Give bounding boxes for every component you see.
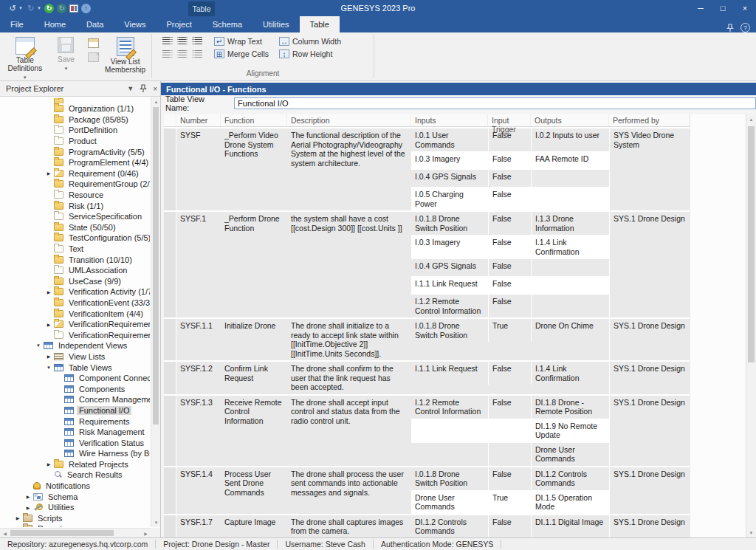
tree-item-verificationrequirementgroup[interactable]: VerificationRequirementGroup — [1, 329, 150, 340]
close-button[interactable]: × — [734, 0, 756, 16]
table-vertical-scrollbar[interactable]: ▲ ▼ — [746, 114, 756, 537]
tree-item-scripts[interactable]: ▶Scripts — [1, 513, 150, 524]
column-header-performed-by[interactable]: Performed by — [609, 114, 690, 126]
column-header-number[interactable]: Number — [176, 114, 221, 126]
column-header-inputs[interactable]: Inputs — [411, 114, 488, 126]
upload-button[interactable]: ↑ — [81, 4, 91, 13]
tab-home[interactable]: Home — [34, 16, 76, 32]
table-definitions-button[interactable]: Table Definitions ▼ — [4, 35, 46, 82]
tree-item-usecase-9-9[interactable]: UseCase (9/9) — [1, 276, 150, 287]
align-right-icon[interactable] — [192, 37, 202, 45]
scroll-up-icon[interactable]: ▲ — [151, 97, 160, 106]
maximize-button[interactable]: □ — [712, 0, 734, 16]
expander-icon[interactable]: ▶ — [44, 289, 54, 295]
row-selector[interactable] — [164, 362, 176, 394]
tree-item-view-lists[interactable]: ▶View Lists — [1, 351, 150, 362]
tree-item-search-results[interactable]: Search Results — [1, 470, 150, 481]
redo-button[interactable]: ↻▼ — [26, 3, 41, 13]
tree-item-component-connections[interactable]: Component Connections — [1, 373, 150, 384]
tree-item-verification-activity-1-72[interactable]: ▶Verification Activity (1/72) — [1, 286, 150, 298]
align-left-icon[interactable] — [162, 37, 173, 45]
tree-item-product[interactable]: Product — [1, 136, 150, 147]
expander-icon[interactable]: ▶ — [13, 526, 23, 527]
tree-item-item[interactable] — [1, 98, 150, 103]
function-row-sysf[interactable]: SYSF_Perform Video Drone System Function… — [164, 127, 690, 210]
tree-item-testconfiguration-5-5[interactable]: TestConfiguration (5/5) — [1, 233, 150, 244]
expander-icon[interactable]: ▶ — [44, 322, 54, 327]
table-scroll-thumb[interactable] — [748, 126, 755, 362]
tree-scroll-thumb[interactable] — [153, 107, 159, 424]
expander-icon[interactable]: ▼ — [44, 365, 54, 370]
tree-item-concern-management[interactable]: Concern Management — [1, 394, 150, 405]
tree-item-text[interactable]: Text — [1, 244, 150, 255]
refresh-button[interactable]: ↻ — [44, 4, 54, 13]
tree-item-components[interactable]: Components — [1, 383, 150, 394]
tab-project[interactable]: Project — [156, 16, 202, 32]
tab-table[interactable]: Table — [300, 16, 340, 32]
assign-icon[interactable] — [88, 38, 99, 48]
expander-icon[interactable]: ▶ — [44, 171, 54, 176]
function-row-sysf-1-1[interactable]: SYSF.1.1Initialize DroneThe drone shall … — [164, 317, 690, 360]
panel-pin-icon[interactable] — [139, 84, 148, 93]
expander-icon[interactable]: ▶ — [23, 505, 33, 510]
function-row-sysf-1-4[interactable]: SYSF.1.4Process User Sent Drone Commands… — [164, 466, 690, 514]
column-header-outputs[interactable]: Outputs — [531, 114, 609, 126]
tree-item-portdefinition[interactable]: PortDefinition — [1, 125, 150, 136]
tree-hscroll-thumb[interactable] — [10, 530, 114, 536]
tree-item-package-85-85[interactable]: Package (85/85) — [1, 114, 150, 126]
tree-item-verificationevent-33-33[interactable]: VerificationEvent (33/33) — [1, 298, 150, 309]
row-selector[interactable] — [164, 515, 176, 538]
row-selector[interactable] — [164, 467, 176, 514]
minimize-button[interactable]: ─ — [690, 0, 712, 16]
help-icon[interactable]: ? — [740, 23, 750, 32]
column-width-button[interactable]: ↔Column Width — [279, 37, 341, 46]
tree-horizontal-scrollbar[interactable]: ◀ ▶ — [0, 528, 151, 537]
row-selector[interactable] — [164, 212, 176, 317]
scroll-down-icon[interactable]: ▼ — [746, 528, 756, 537]
align-middle-icon[interactable] — [177, 50, 188, 58]
function-row-sysf-1-7[interactable]: SYSF.1.7Capture ImageThe drone shall cap… — [164, 514, 690, 538]
align-top-icon[interactable] — [162, 50, 173, 58]
tree-item-requirementgroup-2-2[interactable]: RequirementGroup (2/2) — [1, 179, 150, 190]
save-button[interactable]: Save ▼ — [46, 35, 87, 73]
tree-item-requirement-0-46[interactable]: ▶Requirement (0/46) — [1, 168, 150, 179]
tree-item-schema[interactable]: ▶Schema — [1, 491, 150, 502]
tab-data[interactable]: Data — [76, 16, 114, 32]
expander-icon[interactable]: ▶ — [44, 461, 54, 467]
table-view-name-input[interactable] — [234, 97, 756, 109]
tree-item-risk-1-1[interactable]: Risk (1/1) — [1, 200, 150, 211]
row-selector[interactable] — [164, 319, 176, 360]
tab-utilities[interactable]: Utilities — [252, 16, 299, 32]
tree-item-verification-status[interactable]: Verification Status — [1, 437, 150, 448]
panel-close-icon[interactable]: × — [153, 85, 157, 93]
expander-icon[interactable]: ▶ — [13, 515, 23, 520]
tree-item-transition-10-10[interactable]: Transition (10/10) — [1, 254, 150, 265]
tab-schema[interactable]: Schema — [202, 16, 252, 32]
function-row-sysf-1-2[interactable]: SYSF.1.2Confirm Link RequestThe drone sh… — [164, 360, 690, 394]
tree-item-notifications[interactable]: Notifications — [1, 481, 150, 492]
tree-item-resource[interactable]: Resource — [1, 190, 150, 201]
undo-button[interactable]: ↺▼ — [7, 3, 23, 13]
align-center-icon[interactable] — [177, 37, 188, 45]
tree-item-table-views[interactable]: ▼Table Views — [1, 362, 150, 373]
tree-item-risk-management[interactable]: Risk Management — [1, 427, 150, 438]
row-selector-gutter[interactable] — [164, 114, 176, 126]
column-header-description[interactable]: Description — [287, 114, 411, 126]
tree-item-requirements[interactable]: Requirements — [1, 416, 150, 427]
tree-item-verificationrequirement-0-57[interactable]: ▶VerificationRequirement (0/57) — [1, 319, 150, 330]
row-selector[interactable] — [164, 128, 176, 210]
function-row-sysf-1-3[interactable]: SYSF.1.3Receive Remote Control Informati… — [164, 394, 690, 466]
tree-item-independent-views[interactable]: ▼Independent Views — [1, 340, 150, 351]
scroll-up-icon[interactable]: ▲ — [746, 114, 756, 124]
tree-item-reports[interactable]: ▶Reports — [1, 523, 150, 527]
column-header-function[interactable]: Function — [221, 114, 287, 126]
tree-item-functional-i-o[interactable]: Functional I/O — [1, 405, 150, 416]
row-height-button[interactable]: ↕Row Height — [279, 49, 341, 58]
wrap-text-button[interactable]: ↵Wrap Text — [214, 37, 269, 46]
tab-views[interactable]: Views — [114, 16, 156, 32]
expander-icon[interactable]: ▶ — [23, 494, 33, 499]
tree-vertical-scrollbar[interactable]: ▲ ▼ — [151, 97, 160, 527]
tree-item-utilities[interactable]: ▶Utilities — [1, 502, 150, 513]
tree-item-wire-harness-by-branch[interactable]: Wire Harness (by Branch) — [1, 448, 150, 459]
report-button[interactable] — [69, 4, 78, 13]
